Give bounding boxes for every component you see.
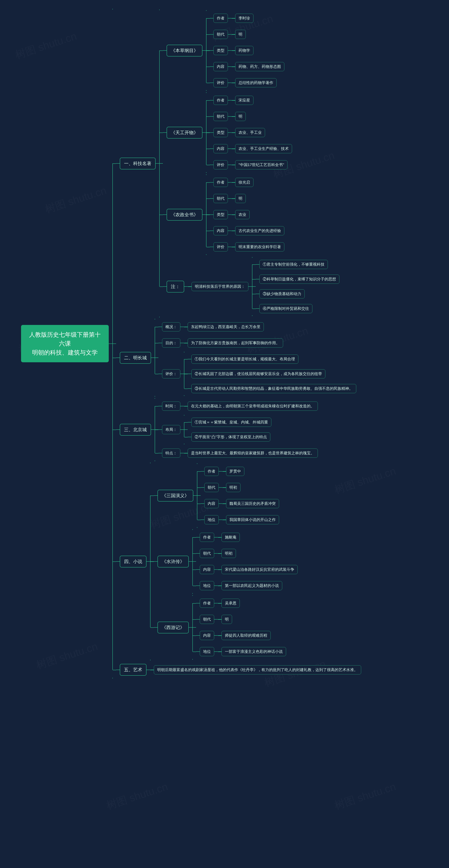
value[interactable]: 药物学 xyxy=(235,46,253,55)
note[interactable]: 注： xyxy=(167,281,184,292)
section-3[interactable]: 三、北京城 xyxy=(120,424,151,436)
value[interactable]: 为了防御北方蒙古贵族南扰，起到军事防御的作用。 xyxy=(188,338,283,347)
wall-eval[interactable]: 评价： xyxy=(162,369,180,378)
field-type[interactable]: 类型 xyxy=(213,46,228,55)
value[interactable]: 明 xyxy=(235,194,246,203)
field-type[interactable]: 类型 xyxy=(213,128,228,137)
value[interactable]: 农业 xyxy=(235,210,249,219)
section-4[interactable]: 四、小说 xyxy=(120,556,146,567)
field-eval[interactable]: 评价 xyxy=(213,242,228,251)
book-tiangong[interactable]: 《天工开物》 xyxy=(167,127,202,138)
value[interactable]: 魏蜀吴三国历史的矛盾冲突 xyxy=(226,499,279,508)
art-text[interactable]: 明朝后期最富盛名的戏剧家汤显祖，他的代表作《牡丹亭》，有力的批判了吃人的封建礼教… xyxy=(154,665,361,674)
wall-purpose[interactable]: 目的： xyxy=(162,338,180,347)
value[interactable]: 我国章回体小说的开山之作 xyxy=(226,515,279,524)
value[interactable]: 药物、药方、药物形态图 xyxy=(235,62,284,71)
field-author[interactable]: 作者 xyxy=(213,96,228,105)
watermark: 树图 shutu.cn xyxy=(333,780,398,813)
value[interactable]: 第一部以农民起义为题材的小说 xyxy=(221,581,282,590)
value[interactable]: 明初 xyxy=(226,483,240,492)
value[interactable]: 是当时世界上最宏大、最辉煌的皇家建筑群，也是世界建筑之林的瑰宝。 xyxy=(188,448,318,458)
value[interactable]: 吴承恩 xyxy=(221,599,240,608)
field-eval[interactable]: 评价 xyxy=(213,160,228,169)
eval-3[interactable]: ③长城是古代劳动人民勤劳和智慧的结晶，象征着中华民族勤劳勇敢、自强不息的民族精神… xyxy=(191,384,356,393)
value[interactable]: 东起鸭绿江边，西至嘉峪关，总长万余里 xyxy=(188,322,264,332)
value[interactable]: 明初 xyxy=(221,549,236,558)
value[interactable]: 农业、手工业 xyxy=(235,128,265,137)
field-dynasty[interactable]: 朝代 xyxy=(200,549,214,558)
value[interactable]: 施耐庵 xyxy=(221,533,240,542)
field-status[interactable]: 地位 xyxy=(200,647,214,656)
novel-xiyou[interactable]: 《西游记》 xyxy=(157,622,189,633)
mindmap: 人教版历史七年级下册第十六课明朝的科技、建筑与文学 一、科技名著 《本草纲目》 … xyxy=(21,9,361,678)
novel-sanguo[interactable]: 《三国演义》 xyxy=(157,490,193,501)
field-content[interactable]: 内容 xyxy=(213,144,228,153)
field-author[interactable]: 作者 xyxy=(204,467,219,476)
value[interactable]: 农业、手工业生产经验、技术 xyxy=(235,144,292,153)
note-reason[interactable]: 明清科技落后于世界的原因： xyxy=(191,282,248,291)
eval-2[interactable]: ②长城巩固了北部边疆，使沿线居民能够安居乐业，成为各民族交往的纽带 xyxy=(191,369,325,378)
city-layout[interactable]: 布局： xyxy=(162,425,180,434)
novel-shuihu[interactable]: 《水浒传》 xyxy=(157,556,189,567)
field-author[interactable]: 作者 xyxy=(213,178,228,187)
layout-1[interactable]: ①宫城＝＝紫禁城、皇城、内城、外城四重 xyxy=(191,418,271,427)
root-node[interactable]: 人教版历史七年级下册第十六课明朝的科技、建筑与文学 xyxy=(21,325,109,362)
eval-1[interactable]: ①我们今天看到的长城主要是明长城，规模最大、布局合理 xyxy=(191,354,298,364)
section-5[interactable]: 五、艺术 xyxy=(120,664,146,676)
value[interactable]: 明 xyxy=(221,615,232,624)
field-content[interactable]: 内容 xyxy=(200,631,214,640)
section-2[interactable]: 二、明长城 xyxy=(120,352,151,364)
reason-4[interactable]: ④严格限制对外贸易和交往 xyxy=(260,304,312,313)
sections: 一、科技名著 《本草纲目》 作者李时珍 朝代明 类型药物学 内容药物、药方、药物… xyxy=(116,9,361,678)
field-content[interactable]: 内容 xyxy=(204,499,219,508)
field-dynasty[interactable]: 朝代 xyxy=(200,615,214,624)
value[interactable]: 徐光启 xyxy=(235,178,253,187)
wall-overview[interactable]: 概况： xyxy=(162,322,180,332)
reason-1[interactable]: ①君主专制空前强化，不够重视科技 xyxy=(260,260,328,269)
value[interactable]: 明末重要的农业科学巨著 xyxy=(235,242,284,251)
field-eval[interactable]: 评价 xyxy=(213,78,228,87)
value[interactable]: 宋代梁山泊各路好汉反抗官府的武装斗争 xyxy=(221,565,298,574)
book-nongzheng[interactable]: 《农政全书》 xyxy=(167,209,202,221)
reason-2[interactable]: ②科举制日益僵化，束缚了知识分子的思想 xyxy=(260,275,339,284)
field-type[interactable]: 类型 xyxy=(213,210,228,219)
section-1[interactable]: 一、科技名著 xyxy=(120,158,156,169)
field-dynasty[interactable]: 朝代 xyxy=(213,30,228,39)
value[interactable]: 在元大都的基础上，由明朝第三个皇帝明成祖朱棣在位时扩建和改造的。 xyxy=(188,402,318,411)
field-content[interactable]: 内容 xyxy=(213,226,228,235)
value[interactable]: 明 xyxy=(235,30,246,39)
reason-3[interactable]: ③缺少物质基础和动力 xyxy=(260,289,305,299)
book-bencao[interactable]: 《本草纲目》 xyxy=(167,45,202,57)
value[interactable]: 总结性的药物学著作 xyxy=(235,78,277,87)
layout-2[interactable]: ②平面呈"凸"字形，体现了皇权至上的特点 xyxy=(191,432,270,441)
value[interactable]: 明 xyxy=(235,112,246,121)
field-content[interactable]: 内容 xyxy=(213,62,228,71)
value[interactable]: "中国17世纪工艺百科全书" xyxy=(235,160,288,169)
field-author[interactable]: 作者 xyxy=(213,14,228,23)
value[interactable]: 师徒四人取经的艰难历程 xyxy=(221,631,271,640)
value[interactable]: 古代农业生产的先进经验 xyxy=(235,226,284,235)
field-status[interactable]: 地位 xyxy=(204,515,219,524)
field-dynasty[interactable]: 朝代 xyxy=(204,483,219,492)
value[interactable]: 一部富于浪漫主义色彩的神话小说 xyxy=(221,647,286,656)
value[interactable]: 宋应星 xyxy=(235,96,253,105)
field-dynasty[interactable]: 朝代 xyxy=(213,194,228,203)
field-dynasty[interactable]: 朝代 xyxy=(213,112,228,121)
field-author[interactable]: 作者 xyxy=(200,599,214,608)
city-feature[interactable]: 特点： xyxy=(162,448,180,458)
field-author[interactable]: 作者 xyxy=(200,533,214,542)
watermark: 树图 shutu.cn xyxy=(104,780,170,813)
city-time[interactable]: 时间： xyxy=(162,402,180,411)
value[interactable]: 李时珍 xyxy=(235,14,253,23)
field-status[interactable]: 地位 xyxy=(200,581,214,590)
field-content[interactable]: 内容 xyxy=(200,565,214,574)
value[interactable]: 罗贯中 xyxy=(226,467,244,476)
